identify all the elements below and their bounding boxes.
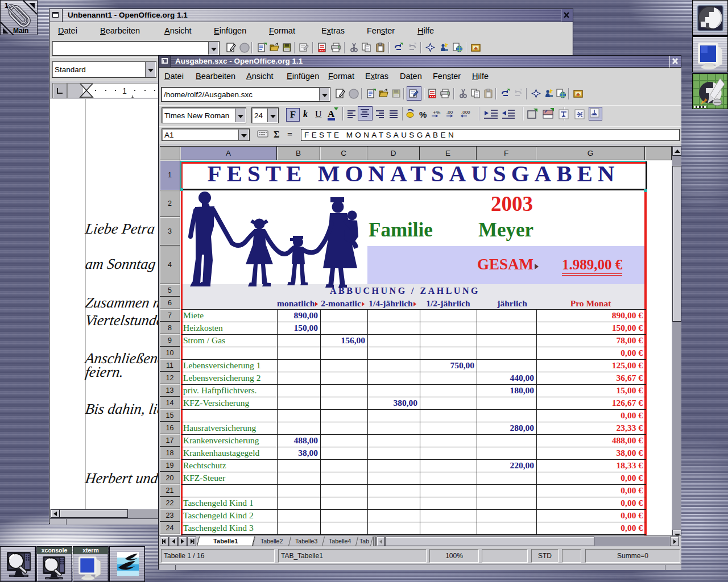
svg-text:Σ: Σ bbox=[274, 130, 279, 139]
svg-text:.00: .00 bbox=[446, 110, 453, 115]
svg-text:.000: .000 bbox=[461, 110, 470, 115]
svg-text:=: = bbox=[287, 130, 292, 139]
svg-text:%: % bbox=[419, 110, 427, 119]
svg-text:+%: +% bbox=[433, 110, 440, 115]
svg-text:1: 1 bbox=[122, 86, 127, 95]
